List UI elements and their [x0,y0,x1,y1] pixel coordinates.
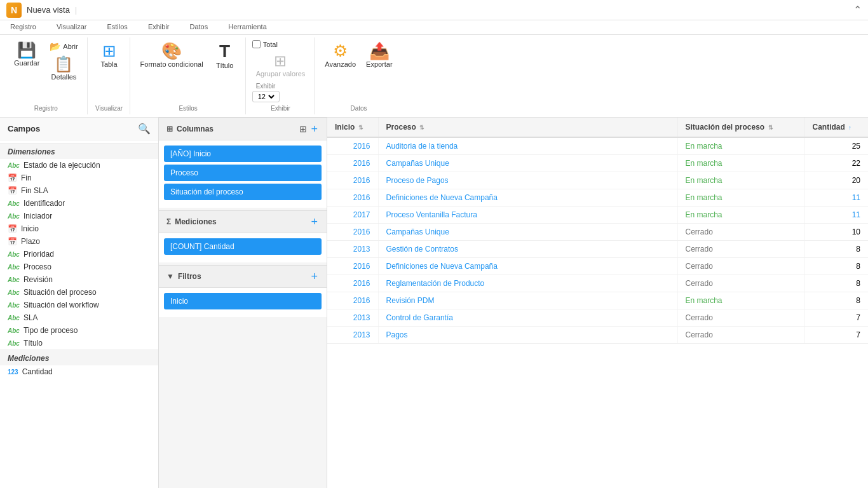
campo-proceso[interactable]: Abc Proceso [0,261,158,273]
columnas-label: Columnas [177,125,214,133]
cell-proceso[interactable]: Control de Garantía [378,309,677,327]
formato-icon: 🎨 [161,43,182,59]
cell-situacion: En marcha [677,155,804,172]
cell-situacion: En marcha [677,292,804,309]
campo-fin-sla[interactable]: 📅 Fin SLA [0,184,158,197]
detalles-button[interactable]: 📋 Detalles [46,54,81,83]
sort-cantidad-icon: ↑ [848,125,851,131]
campo-titulo[interactable]: Abc Título [0,337,158,349]
dimensiones-header: Dimensiones [0,143,158,159]
filtros-add-button[interactable]: + [309,271,319,282]
cell-proceso[interactable]: Campañas Unique [378,155,677,172]
registro-group-label: Registro [34,105,58,112]
cell-proceso[interactable]: Reglamentación de Producto [378,275,677,292]
campo-plazo[interactable]: 📅 Plazo [0,235,158,248]
cell-cantidad: 7 [804,309,868,327]
campo-inicio[interactable]: 📅 Inicio [0,222,158,235]
campo-fin-label: Fin [21,173,32,182]
cell-proceso[interactable]: Proceso de Pagos [378,172,677,189]
cell-proceso[interactable]: Proceso Ventanilla Factura [378,207,677,224]
cell-inicio: 2016 [327,224,378,241]
campo-prioridad[interactable]: Abc Prioridad [0,248,158,261]
cell-situacion: En marcha [677,172,804,189]
exhibir-select-label: Exhibir [256,83,276,90]
cell-proceso[interactable]: Auditoria de la tienda [378,137,677,155]
campo-tipo-proceso[interactable]: Abc Tipo de proceso [0,324,158,337]
campos-header: Campos 🔍 [0,118,158,140]
ribbon-visualizar-items: ⊞ Tabla [94,40,125,102]
campo-inicio-label: Inicio [21,224,39,233]
mediciones-body: [COUNT] Cantidad [159,233,327,262]
tab-exhibir[interactable]: Exhibir [138,20,180,34]
campo-fin[interactable]: 📅 Fin [0,172,158,184]
tab-registro[interactable]: Registro [0,20,46,34]
campo-revision[interactable]: Abc Revisión [0,273,158,286]
cell-proceso[interactable]: Pagos [378,327,677,344]
filtros-item-0[interactable]: Inicio [164,293,322,309]
cell-situacion: Cerrado [677,224,804,241]
columnas-add-button[interactable]: + [309,123,319,135]
campo-estado[interactable]: Abc Estado de la ejecución [0,159,158,172]
total-checkbox-row[interactable]: Total [252,40,278,48]
col-header-proceso[interactable]: Proceso ⇅ [378,118,677,137]
table-row: 2017Proceso Ventanilla FacturaEn marcha1… [327,207,868,224]
exportar-button[interactable]: 📤 Exportar [362,40,397,71]
mediciones-item-0[interactable]: [COUNT] Cantidad [164,238,322,255]
campo-identificador[interactable]: Abc Identificador [0,197,158,210]
collapse-button[interactable]: ⌃ [853,4,862,16]
campo-sla[interactable]: Abc SLA [0,311,158,324]
cell-cantidad: 11 [804,207,868,224]
cell-situacion: Cerrado [677,241,804,258]
col-header-inicio[interactable]: Inicio ⇅ [327,118,378,137]
exhibir-group-label: Exhibir [271,105,290,112]
titulo-button[interactable]: T Título [210,40,240,72]
ribbon-registro-items: 💾 Guardar 📂 Abrir 📋 Detalles [10,40,82,102]
cell-proceso[interactable]: Campañas Unique [378,224,677,241]
campo-revision-label: Revisión [24,275,53,284]
cell-proceso[interactable]: Definiciones de Nueva Campaña [378,189,677,207]
cell-cantidad: 22 [804,155,868,172]
col-header-cantidad[interactable]: Cantidad ↑ [804,118,868,137]
table-row: 2016Reglamentación de ProductoCerrado8 [327,275,868,292]
mediciones-add-button[interactable]: + [309,216,319,227]
avanzado-button[interactable]: ⚙ Avanzado [321,40,360,71]
columnas-layout-button[interactable]: ⊞ [299,123,307,135]
cell-proceso[interactable]: Gestión de Contratos [378,241,677,258]
cell-proceso[interactable]: Definiciones de Nueva Campaña [378,258,677,275]
tab-visualizar[interactable]: Visualizar [46,20,97,34]
cell-inicio: 2013 [327,241,378,258]
campos-search-button[interactable]: 🔍 [138,123,151,135]
tab-datos[interactable]: Datos [180,20,219,34]
cell-cantidad: 25 [804,137,868,155]
campo-situacion-workflow[interactable]: Abc Situación del workflow [0,299,158,311]
ribbon-exhibir-items: Total ⊞ Agrupar valores Exhibir 12 25 50 [252,40,309,102]
cell-proceso[interactable]: Revisión PDM [378,292,677,309]
campos-panel: Campos 🔍 Dimensiones Abc Estado de la ej… [0,118,159,488]
cell-cantidad: 7 [804,327,868,344]
total-checkbox[interactable] [252,40,261,48]
campo-iniciador[interactable]: Abc Iniciador [0,210,158,222]
cell-situacion: En marcha [677,189,804,207]
abrir-button[interactable]: 📂 Abrir [46,40,81,53]
formato-condicional-button[interactable]: 🎨 Formato condicional [137,40,207,71]
table-row: 2016Auditoria de la tiendaEn marcha25 [327,137,868,155]
tab-estilos[interactable]: Estilos [97,20,137,34]
tabla-button[interactable]: ⊞ Tabla [94,40,125,71]
tab-herramienta[interactable]: Herramienta [218,20,277,34]
campo-cantidad[interactable]: 123 Cantidad [0,365,158,378]
campo-sla-label: SLA [24,313,38,322]
columnas-item-0[interactable]: [AÑO] Inicio [164,146,322,162]
exhibir-select[interactable]: 12 25 50 [255,92,276,101]
guardar-button[interactable]: 💾 Guardar [10,40,43,69]
campo-tipo-proceso-label: Tipo de proceso [24,326,78,335]
campo-situacion-proceso[interactable]: Abc Situación del proceso [0,286,158,299]
avanzado-icon: ⚙ [333,43,348,59]
col-header-situacion[interactable]: Situación del proceso ⇅ [677,118,804,137]
cell-cantidad: 11 [804,189,868,207]
exhibir-select-group: Exhibir 12 25 50 [252,83,280,102]
columnas-header: ⊞ Columnas ⊞ + [159,118,327,140]
columnas-item-2[interactable]: Situación del proceso [164,184,322,200]
columnas-item-1[interactable]: Proceso [164,165,322,181]
agrupar-button[interactable]: ⊞ Agrupar valores [252,51,309,80]
campo-identificador-label: Identificador [24,199,65,208]
